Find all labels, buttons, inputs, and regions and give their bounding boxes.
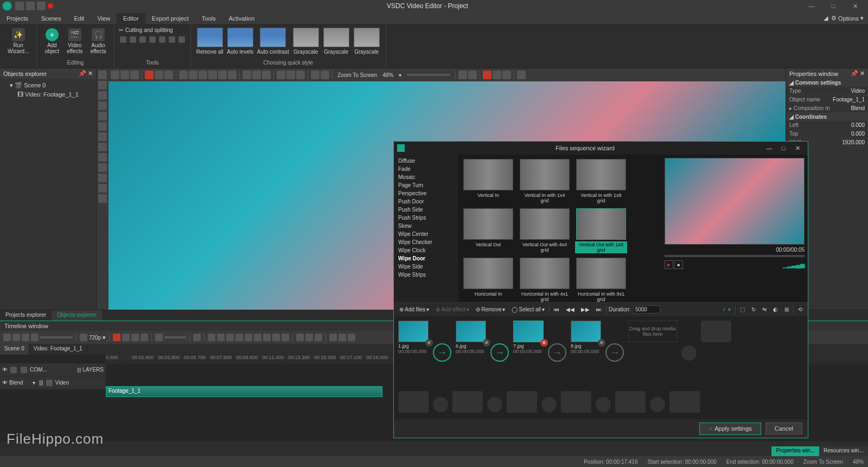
- tl-tool-icon[interactable]: [31, 334, 39, 341]
- placeholder-slot[interactable]: [650, 397, 665, 412]
- align-icon[interactable]: [208, 71, 217, 79]
- tab-editor[interactable]: Editor: [117, 13, 145, 24]
- sprite-tool-icon[interactable]: [98, 174, 107, 182]
- prev-icon[interactable]: ◀◀: [564, 305, 577, 315]
- wizard-close-button[interactable]: ✕: [790, 145, 805, 152]
- zoom-mode-label[interactable]: Zoom To Screen: [337, 72, 377, 78]
- scene-node[interactable]: ▾ 🎬 Scene 0: [2, 81, 94, 90]
- placeholder-slot[interactable]: [433, 397, 448, 412]
- arrow-icon[interactable]: [286, 71, 295, 79]
- maximize-button[interactable]: □: [822, 0, 844, 12]
- guide-icon[interactable]: [483, 71, 492, 79]
- variant-cell-selected[interactable]: Vertical Out with 1x8 grid: [574, 207, 628, 254]
- video-effects-button[interactable]: 🎬 Video effects: [63, 27, 86, 55]
- wizard-file-strip-2[interactable]: [394, 387, 808, 419]
- wizard-minimize-button[interactable]: —: [762, 145, 776, 151]
- style-grayscale-3[interactable]: Grayscale: [353, 27, 380, 55]
- tl-tool-icon[interactable]: [296, 334, 304, 341]
- snap-icon[interactable]: [458, 71, 467, 79]
- transition-item[interactable]: Wipe Clock: [396, 246, 456, 254]
- placeholder-slot[interactable]: [398, 391, 429, 413]
- tab-tools[interactable]: Tools: [195, 13, 222, 24]
- video-tab[interactable]: Video: Footage_1_1: [29, 344, 87, 355]
- eye-icon[interactable]: 👁: [2, 380, 8, 386]
- variant-cell[interactable]: Vertical In with 1x8 grid: [574, 158, 628, 205]
- variant-cell[interactable]: Vertical In with 1x4 grid: [518, 158, 572, 205]
- check-button[interactable]: ✓ ▾: [720, 305, 733, 315]
- wizard-maximize-button[interactable]: □: [776, 145, 790, 151]
- tool-icon[interactable]: [149, 36, 156, 43]
- rect-tool-icon[interactable]: [98, 81, 107, 89]
- distribute-icon[interactable]: [252, 71, 261, 79]
- video-clip[interactable]: Footage_1_1: [106, 386, 382, 397]
- tl-tool-icon[interactable]: [315, 334, 322, 341]
- reset-icon[interactable]: ⟲: [796, 305, 805, 315]
- volume-slider[interactable]: [164, 336, 186, 338]
- tool-icon[interactable]: [169, 36, 175, 43]
- image-tool-icon[interactable]: [98, 153, 107, 162]
- zoom-dropdown-icon[interactable]: ▾: [399, 72, 401, 78]
- ellipse-tool-icon[interactable]: [98, 91, 107, 100]
- variant-cell[interactable]: Vertical Out: [461, 207, 515, 254]
- file-thumbnail[interactable]: [456, 321, 486, 342]
- transition-item[interactable]: Perspective: [396, 189, 456, 197]
- skip-start-icon[interactable]: [208, 334, 215, 341]
- apply-settings-button[interactable]: ✓ Apply settings: [699, 423, 761, 435]
- wizard-titlebar[interactable]: Files sequence wizard — □ ✕: [394, 142, 808, 155]
- tool-icon[interactable]: [159, 36, 165, 43]
- arrow-icon[interactable]: [277, 71, 285, 79]
- placeholder-slot[interactable]: [669, 391, 700, 413]
- gear-icon[interactable]: ⚙: [831, 15, 837, 22]
- zoom-percent[interactable]: 48%: [382, 72, 393, 78]
- style-auto-contrast[interactable]: Auto contrast: [257, 27, 289, 55]
- transition-item[interactable]: Wipe Side: [396, 263, 456, 271]
- placeholder-slot[interactable]: [681, 346, 697, 361]
- tab-activation[interactable]: Activation: [222, 13, 261, 24]
- dropdown-icon[interactable]: ▾: [103, 334, 106, 341]
- crop-icon[interactable]: ⬚: [738, 305, 747, 315]
- tl-plus-icon[interactable]: [3, 334, 11, 341]
- transition-arrow-icon[interactable]: →: [433, 343, 451, 362]
- transition-item[interactable]: Fade: [396, 165, 456, 173]
- placeholder-slot[interactable]: [701, 321, 731, 342]
- text-tool-icon[interactable]: [98, 122, 107, 131]
- tab-export[interactable]: Export project: [145, 13, 195, 24]
- audio-effects-button[interactable]: 🎧 Audio effects: [87, 27, 109, 55]
- align-icon[interactable]: [228, 71, 237, 79]
- step-back-icon[interactable]: [226, 334, 234, 341]
- move-tool-icon[interactable]: [98, 194, 107, 203]
- transition-arrow-icon[interactable]: →: [490, 343, 509, 362]
- scene-tab[interactable]: Scene 0: [0, 344, 29, 355]
- common-settings-section[interactable]: ◢ Common settings: [786, 79, 868, 87]
- variant-cell[interactable]: Horizontal In with 4x1 grid: [518, 257, 572, 302]
- file-item[interactable]: 6.jpg 00:00:05.000 ✕: [456, 321, 486, 354]
- paste-icon[interactable]: [130, 71, 139, 79]
- transition-item[interactable]: Page Turn: [396, 181, 456, 189]
- placeholder-slot[interactable]: [452, 391, 483, 413]
- track-icon[interactable]: [21, 367, 27, 373]
- undo-icon[interactable]: [155, 71, 163, 79]
- preview-progress[interactable]: [665, 255, 805, 257]
- guide-icon[interactable]: [493, 71, 501, 79]
- file-item[interactable]: 8.jpg 00:00:05.000 ✕: [571, 321, 601, 354]
- placeholder-slot[interactable]: [507, 391, 537, 413]
- transition-item[interactable]: Skew: [396, 222, 456, 230]
- transition-item[interactable]: Push Side: [396, 206, 456, 214]
- transition-item[interactable]: Wipe Strips: [396, 271, 456, 279]
- loop-icon[interactable]: [193, 334, 201, 341]
- transition-list[interactable]: Diffuse Fade Mosaic Page Turn Perspectiv…: [394, 155, 458, 302]
- arrow-icon[interactable]: [296, 71, 305, 79]
- flip-icon[interactable]: ⇋: [760, 305, 769, 315]
- line-tool-icon[interactable]: [98, 101, 107, 110]
- effect-icon[interactable]: ⊞: [782, 305, 791, 315]
- align-icon[interactable]: [189, 71, 197, 79]
- transition-item[interactable]: Wipe Checker: [396, 238, 456, 246]
- projects-explorer-tab[interactable]: Projects explorer: [0, 310, 52, 321]
- step-fwd-icon[interactable]: [263, 334, 271, 341]
- placeholder-slot[interactable]: [615, 391, 646, 413]
- transition-item-selected[interactable]: Wipe Door: [396, 254, 456, 263]
- eye-icon[interactable]: 👁: [2, 367, 8, 373]
- transition-item[interactable]: Push Strips: [396, 214, 456, 222]
- rotate-icon[interactable]: ↻: [749, 305, 758, 315]
- distribute-icon[interactable]: [262, 71, 271, 79]
